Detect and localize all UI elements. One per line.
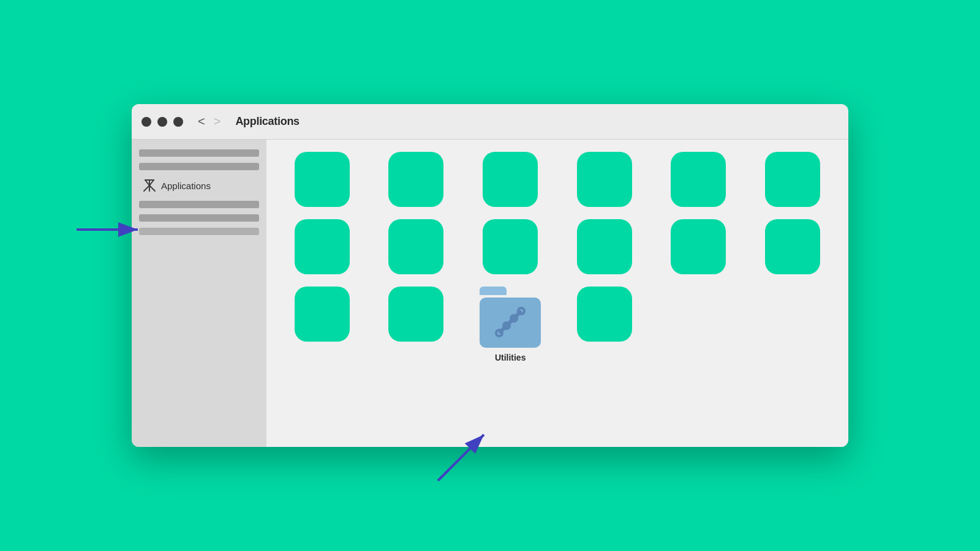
app-grid-row1 <box>281 152 834 207</box>
sidebar-bar-5 <box>139 228 259 235</box>
sidebar-item-applications[interactable]: Applications <box>139 176 259 195</box>
toolbar-title: Applications <box>235 115 299 128</box>
nav-buttons: < > <box>195 113 223 130</box>
list-item[interactable] <box>483 152 538 207</box>
sidebar-bar-2 <box>139 163 259 170</box>
list-item[interactable] <box>765 219 820 274</box>
list-item[interactable] <box>765 152 820 207</box>
maximize-button[interactable] <box>173 117 183 127</box>
toolbar: < > Applications <box>132 104 848 140</box>
tools-icon <box>493 305 527 339</box>
window-controls <box>141 117 183 127</box>
sidebar-bar-4 <box>139 214 259 222</box>
list-item[interactable] <box>577 152 632 207</box>
app-grid-area: ✕⚙ <box>266 140 848 447</box>
sidebar-bar-3 <box>139 201 259 208</box>
svg-line-3 <box>438 435 484 481</box>
utilities-label: Utilities <box>495 353 526 362</box>
utilities-folder-item[interactable]: ✕⚙ <box>469 287 551 362</box>
app-grid-row2 <box>281 219 834 274</box>
close-button[interactable] <box>141 117 151 127</box>
content-area: Applications <box>132 140 848 447</box>
list-item[interactable] <box>295 152 350 207</box>
list-item[interactable] <box>295 219 350 274</box>
list-item[interactable] <box>483 219 538 274</box>
list-item[interactable] <box>388 287 443 342</box>
sidebar: Applications <box>132 140 266 447</box>
list-item[interactable] <box>388 152 443 207</box>
left-arrow <box>74 217 147 242</box>
app-grid-row3: ✕⚙ <box>281 287 834 362</box>
sidebar-bar-1 <box>139 149 259 157</box>
list-item[interactable] <box>671 219 726 274</box>
minimize-button[interactable] <box>157 117 167 127</box>
back-button[interactable]: < <box>195 113 208 130</box>
svg-line-6 <box>149 186 155 191</box>
appstore-icon <box>143 179 156 192</box>
list-item[interactable] <box>671 152 726 207</box>
folder-tab <box>480 287 507 295</box>
forward-button[interactable]: > <box>211 113 224 130</box>
svg-line-9 <box>149 180 154 186</box>
list-item[interactable] <box>388 219 443 274</box>
list-item[interactable] <box>577 219 632 274</box>
svg-line-8 <box>145 180 149 186</box>
list-item[interactable] <box>295 287 350 342</box>
list-item[interactable] <box>577 287 632 342</box>
sidebar-applications-label: Applications <box>161 181 211 191</box>
utilities-folder: ✕⚙ <box>480 287 541 348</box>
finder-window: < > Applications Applications <box>132 104 848 447</box>
svg-line-5 <box>144 186 149 191</box>
bottom-arrow <box>432 425 493 487</box>
